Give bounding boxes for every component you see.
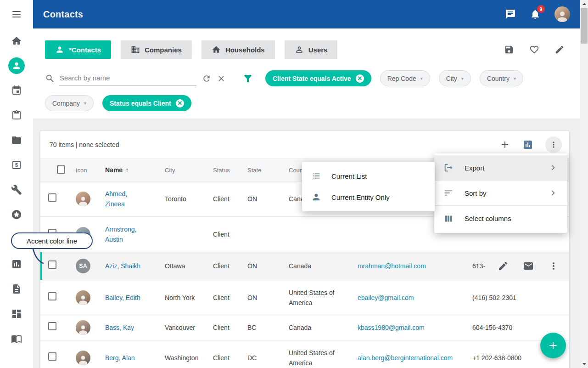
home-icon — [11, 35, 22, 46]
contact-name-link[interactable]: Berg, Alan — [105, 353, 135, 363]
column-header-city[interactable]: City — [157, 167, 205, 174]
add-contact-fab[interactable] — [540, 333, 566, 358]
filter-chip-status[interactable]: Status equals Client ✕ — [102, 95, 191, 111]
row-checkbox[interactable] — [48, 260, 56, 269]
filter-chip-rep-code[interactable]: Rep Code ▾ — [380, 70, 430, 86]
menu-toggle-button[interactable] — [0, 9, 33, 20]
sidebar-item-billing[interactable]: $ — [0, 159, 33, 170]
cell-state: ON — [240, 194, 281, 204]
person-icon — [11, 61, 22, 71]
sidebar-item-contacts[interactable] — [0, 60, 33, 71]
scrollbar-thumb[interactable] — [581, 8, 588, 44]
submenu-item-label: Current Entity Only — [331, 193, 390, 201]
contact-avatar — [76, 290, 90, 305]
chevron-down-icon: ▾ — [420, 76, 423, 81]
person-silhouette-icon — [77, 323, 89, 335]
cell-country: United States of America — [281, 348, 350, 368]
chat-icon[interactable] — [505, 9, 516, 20]
row-checkbox[interactable] — [48, 322, 56, 330]
tab-users[interactable]: Users — [285, 40, 338, 59]
select-all-checkbox[interactable] — [57, 165, 65, 174]
remove-filter-icon[interactable]: ✕ — [176, 99, 184, 108]
chevron-down-icon: ▾ — [514, 76, 516, 81]
submenu-item-current-list[interactable]: Current List — [302, 165, 435, 187]
cell-status: Client — [205, 194, 240, 204]
save-icon[interactable] — [504, 45, 514, 55]
filter-chip-country[interactable]: Country ▾ — [480, 70, 523, 86]
row-checkbox[interactable] — [48, 292, 56, 300]
dashboard-icon — [11, 308, 22, 319]
column-header-state[interactable]: State — [240, 167, 281, 174]
refresh-icon[interactable] — [202, 74, 211, 83]
menu-item-sort-by[interactable]: Sort by — [434, 181, 567, 206]
submenu-item-label: Current List — [331, 172, 367, 180]
contact-name-link[interactable]: Armstrong, Austin — [105, 224, 146, 244]
scroll-down-arrow[interactable] — [580, 360, 588, 368]
cell-status: Client — [205, 323, 240, 333]
person-icon — [55, 45, 64, 54]
chip-label: Rep Code — [387, 75, 416, 82]
contact-name-link[interactable]: Bass, Kay — [105, 323, 134, 333]
menu-item-export[interactable]: Export — [434, 155, 567, 181]
sidebar-item-files[interactable] — [0, 283, 33, 294]
contact-avatar-initials: SA — [76, 259, 90, 273]
sidebar-item-home[interactable] — [0, 35, 33, 46]
column-header-icon[interactable]: Icon — [68, 167, 97, 174]
insert-chart-icon[interactable] — [522, 139, 533, 150]
table-row[interactable]: Berg, Alan Washington Client DC United S… — [40, 340, 569, 368]
edit-pencil-icon[interactable] — [554, 45, 565, 55]
notifications-button[interactable]: 9 — [530, 9, 541, 20]
sidebar-item-tasks[interactable] — [0, 110, 33, 121]
scroll-up-arrow[interactable] — [580, 0, 588, 8]
edit-pencil-icon[interactable] — [498, 260, 509, 272]
menu-item-label: Sort by — [465, 189, 537, 197]
submenu-item-current-entity[interactable]: Current Entity Only — [302, 187, 435, 208]
sidebar-item-directory[interactable] — [0, 333, 33, 344]
tab-companies[interactable]: Companies — [121, 40, 192, 59]
sidebar-item-documents-folder[interactable] — [0, 135, 33, 146]
list-options-menu: Export Sort by Select columns — [434, 153, 567, 233]
tab-contacts[interactable]: *Contacts — [45, 40, 111, 59]
contact-name-link[interactable]: Ahmed, Zineea — [105, 189, 146, 209]
list-more-button[interactable] — [545, 136, 562, 153]
vertical-scrollbar[interactable] — [580, 0, 588, 368]
email-link[interactable]: ebailey@gmail.com — [358, 294, 414, 301]
table-row[interactable]: Bass, Kay Vancouver Client BC Canada kba… — [40, 315, 569, 340]
tab-households[interactable]: Households — [202, 40, 275, 59]
clear-search-icon[interactable] — [217, 74, 226, 83]
cell-city: North York — [157, 293, 205, 303]
filter-chip-city[interactable]: City ▾ — [439, 70, 471, 86]
menu-item-select-columns[interactable]: Select columns — [434, 206, 567, 231]
sidebar-item-featured[interactable] — [0, 209, 33, 220]
sidebar-item-dashboard[interactable] — [0, 308, 33, 319]
email-link[interactable]: alan.berg@berginternational.com — [358, 354, 453, 362]
callout-tail — [28, 248, 46, 266]
contact-avatar — [76, 351, 90, 365]
sidebar-item-tools[interactable] — [0, 184, 33, 195]
row-checkbox[interactable] — [48, 193, 56, 202]
cell-city: Toronto — [157, 194, 205, 204]
filter-chip-company[interactable]: Company ▾ — [45, 95, 94, 111]
table-row[interactable]: Bailey, Edith North York Client ON Unite… — [40, 280, 569, 315]
wrench-icon — [11, 184, 22, 195]
add-icon[interactable] — [499, 139, 510, 150]
column-header-name[interactable]: Name↑ — [97, 166, 157, 174]
search-input[interactable] — [59, 71, 196, 85]
email-link[interactable]: kbass1980@gmail.com — [358, 324, 425, 331]
table-row-highlighted[interactable]: SA Aziz, Shaikh Ottawa Client ON Canada … — [40, 252, 569, 280]
column-header-status[interactable]: Status — [205, 167, 240, 174]
email-link[interactable]: mrahman@hotmail.com — [358, 262, 426, 270]
sidebar-item-calendar[interactable] — [0, 85, 33, 96]
user-avatar[interactable] — [554, 6, 570, 22]
filter-chip-client-state[interactable]: Client State equals Active ✕ — [265, 70, 371, 86]
row-checkbox[interactable] — [48, 352, 56, 361]
chip-label: Company — [52, 100, 80, 107]
more-vertical-icon[interactable] — [548, 260, 559, 272]
filter-funnel-icon[interactable] — [242, 73, 253, 84]
email-envelope-icon[interactable] — [523, 260, 534, 272]
favorite-icon[interactable] — [529, 45, 539, 55]
tab-label: Users — [308, 46, 328, 54]
contact-name-link[interactable]: Bailey, Edith — [105, 293, 140, 303]
contact-name-link[interactable]: Aziz, Shaikh — [105, 261, 140, 271]
remove-filter-icon[interactable]: ✕ — [356, 74, 364, 83]
